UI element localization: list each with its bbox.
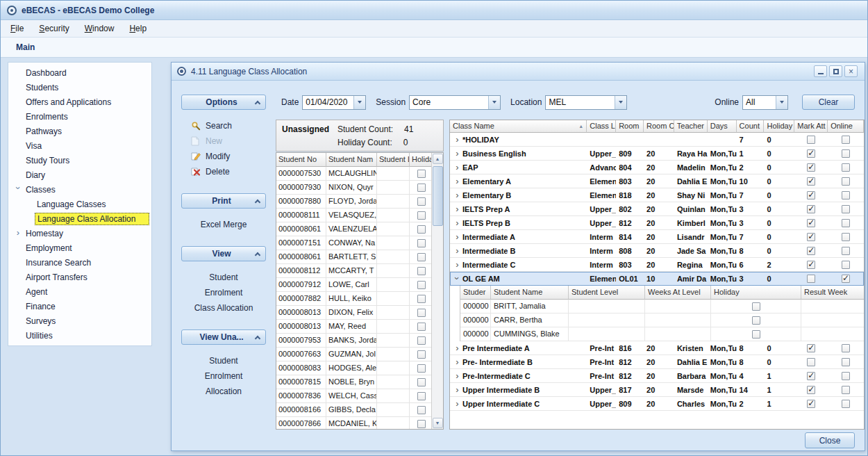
sidebar-item-language-class-allocation[interactable]: Language Class Allocation [8, 211, 151, 226]
holiday-checkbox[interactable] [417, 253, 426, 261]
sidebar-item-dashboard[interactable]: Dashboard [8, 65, 151, 80]
mark-att-checkbox[interactable] [807, 177, 815, 186]
section-header-view-una[interactable]: View Una... [181, 329, 266, 345]
mark-att-checkbox[interactable] [807, 344, 815, 352]
online-checkbox[interactable] [842, 149, 850, 158]
online-checkbox[interactable] [842, 400, 850, 408]
sidebar-item-insurance-search[interactable]: Insurance Search [8, 255, 151, 270]
subgrid-row[interactable]: 000000BRITT, Jamalia [460, 300, 864, 314]
column-header-class-lev[interactable]: Class Lev [587, 120, 616, 133]
column-header-student-no[interactable]: Student No [276, 153, 326, 167]
sidebar-item-finance[interactable]: Finance [8, 299, 151, 314]
unassigned-row[interactable]: 0000008166GIBBS, Decla [276, 403, 443, 417]
scrollbar-track[interactable] [433, 165, 443, 417]
action-new[interactable]: New [181, 133, 266, 149]
holiday-checkbox[interactable] [417, 295, 426, 303]
holiday-checkbox[interactable] [417, 281, 426, 289]
expand-row-icon[interactable]: › [453, 148, 462, 158]
close-button[interactable]: Close [805, 432, 855, 448]
online-checkbox[interactable] [842, 191, 850, 200]
online-checkbox[interactable] [842, 372, 850, 380]
dropdown-icon[interactable] [776, 96, 787, 109]
holiday-checkbox[interactable] [752, 330, 760, 339]
minimize-button[interactable] [814, 65, 827, 77]
sidebar-item-study-tours[interactable]: Study Tours [8, 153, 151, 168]
sidebar-item-enrolments[interactable]: Enrolments [8, 109, 151, 124]
sidebar-item-surveys[interactable]: Surveys [8, 314, 151, 328]
expand-row-icon[interactable]: › [453, 384, 462, 395]
subgrid-column-header-studer[interactable]: Studer [460, 286, 491, 300]
unassigned-row[interactable]: 0000007815NOBLE, Bryn [276, 375, 443, 389]
online-checkbox[interactable] [842, 177, 850, 186]
holiday-checkbox[interactable] [417, 323, 426, 331]
column-header-student-nam[interactable]: Student Nam [326, 153, 377, 167]
expand-row-icon[interactable]: › [453, 259, 462, 270]
holiday-checkbox[interactable] [417, 184, 426, 192]
scroll-down-icon[interactable]: ▼ [433, 418, 443, 428]
expand-row-icon[interactable]: › [453, 245, 462, 256]
unassigned-row[interactable]: 0000007866MCDANIEL, K [276, 417, 443, 430]
action-excel-merge[interactable]: Excel Merge [181, 217, 266, 232]
sidebar-item-homestay[interactable]: ›Homestay [8, 226, 151, 241]
holiday-checkbox[interactable] [417, 225, 426, 234]
subgrid-column-header-student-name[interactable]: Student Name [491, 286, 569, 300]
unassigned-row[interactable]: 0000007836WELCH, Cass [276, 389, 443, 403]
unassigned-row[interactable]: 0000008111VELASQUEZ, [276, 209, 443, 222]
subgrid-column-header-student-level[interactable]: Student Level [569, 286, 645, 300]
unassigned-row[interactable]: 0000008061VALENZUELA [276, 222, 443, 236]
online-checkbox[interactable] [842, 344, 850, 352]
sidebar-item-language-classes[interactable]: Language Classes [8, 197, 151, 211]
class-row[interactable]: ›Upper Intermediate BUpper_81720MarsdeMo… [450, 383, 864, 397]
collapse-row-icon[interactable]: › [452, 274, 462, 283]
sidebar-item-classes[interactable]: ›Classes [8, 182, 151, 197]
action-class-allocation[interactable]: Class Allocation [181, 300, 266, 316]
column-header-student-le[interactable]: Student Le [377, 153, 410, 167]
expand-row-icon[interactable]: › [453, 357, 462, 367]
class-row[interactable]: ›Intermediate AInterm81420LisandrMon,Tu7… [450, 230, 864, 244]
expand-row-icon[interactable]: › [453, 190, 462, 200]
holiday-checkbox[interactable] [417, 364, 426, 373]
menu-item-file[interactable]: File [10, 24, 24, 33]
class-row[interactable]: ›Pre-Intermediate CPre-Int81220BarbaraMo… [450, 369, 864, 383]
expand-row-icon[interactable]: › [453, 134, 462, 145]
column-header-days[interactable]: Days [708, 120, 737, 133]
sidebar-item-diary[interactable]: Diary [8, 168, 151, 182]
action-enrolment[interactable]: Enrolment [181, 368, 266, 384]
online-checkbox[interactable] [842, 163, 850, 172]
location-select[interactable]: MEL [545, 95, 627, 110]
unassigned-row[interactable]: 0000007151CONWAY, Na [276, 236, 443, 250]
holiday-checkbox[interactable] [417, 267, 426, 275]
sidebar-item-offers-and-applications[interactable]: Offers and Applications [8, 95, 151, 109]
close-window-button[interactable]: × [844, 65, 858, 77]
column-header-room[interactable]: Room [616, 120, 644, 133]
holiday-checkbox[interactable] [417, 239, 426, 247]
class-row[interactable]: ›Pre Intermediate APre-Int81620KristenMo… [450, 341, 864, 355]
unassigned-row[interactable]: 0000007912LOWE, Carl [276, 278, 443, 292]
mark-att-checkbox[interactable] [807, 149, 815, 158]
class-row[interactable]: ›Intermediate CInterm80320ReginaMon,Tu62 [450, 258, 864, 272]
unassigned-row[interactable]: 0000007530MCLAUGHLIN [276, 167, 443, 181]
holiday-checkbox[interactable] [417, 170, 426, 178]
action-student[interactable]: Student [181, 270, 266, 285]
subgrid-row[interactable]: 000000CUMMINGS, Blake [460, 327, 864, 341]
holiday-checkbox[interactable] [417, 378, 426, 386]
section-header-print[interactable]: Print [181, 193, 266, 209]
expand-row-icon[interactable]: › [453, 231, 462, 242]
dropdown-icon[interactable] [615, 96, 626, 109]
column-header-online[interactable]: Online [828, 120, 864, 133]
column-header-mark-att[interactable]: Mark Att [794, 120, 828, 133]
unassigned-row[interactable]: 0000008112MCCARTY, T [276, 264, 443, 278]
expand-row-icon[interactable]: › [453, 343, 462, 353]
unassigned-row[interactable]: 0000008013DIXON, Felix [276, 306, 443, 320]
column-header-room-ca[interactable]: Room Ca [644, 120, 674, 133]
holiday-checkbox[interactable] [417, 197, 426, 206]
unassigned-row[interactable]: 0000008083HODGES, Ale [276, 361, 443, 375]
subgrid-column-header-weeks-at-level[interactable]: Weeks At Level [645, 286, 711, 300]
online-checkbox[interactable] [842, 247, 850, 255]
section-header-options[interactable]: Options [181, 95, 266, 110]
action-search[interactable]: Search [181, 118, 266, 133]
action-student[interactable]: Student [181, 353, 266, 368]
section-header-view[interactable]: View [181, 246, 266, 261]
sidebar-item-utilities[interactable]: Utilities [8, 328, 151, 343]
menu-item-help[interactable]: Help [129, 24, 147, 33]
